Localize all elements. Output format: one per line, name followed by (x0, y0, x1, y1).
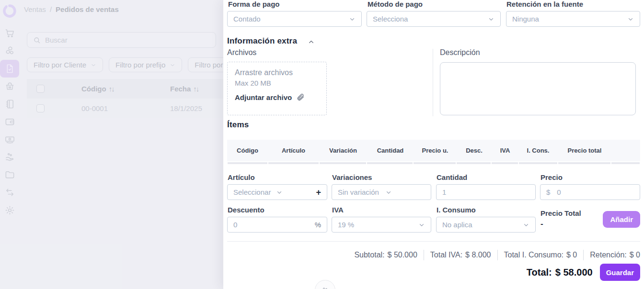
chevron-down-icon (488, 16, 494, 22)
retencion-select[interactable]: Ninguna (506, 11, 640, 27)
add-article-icon[interactable]: + (316, 188, 321, 197)
items-col-articulo: Artículo (268, 147, 319, 154)
grand-total-text: Total: $ 58.000 (527, 267, 593, 278)
items-col-desc: Desc. (457, 147, 492, 154)
save-button[interactable]: Guardar (600, 264, 640, 281)
descripcion-label: Descripción (440, 48, 480, 57)
totals-divider (227, 241, 640, 242)
cantidad-input[interactable]: 1 (436, 184, 536, 200)
items-col-variacion: Variación (319, 147, 367, 154)
attach-file-button[interactable]: Adjuntar archivo (235, 93, 326, 101)
chevron-down-icon (418, 222, 425, 228)
metodo-de-pago-label: Método de pago (368, 0, 423, 8)
totals-summary: Subtotal:$ 50.000 Total IVA:$ 8.000 Tota… (227, 248, 640, 262)
precio-value: 0 (557, 188, 561, 196)
items-col-icons: I. Cons. (518, 147, 558, 154)
iconsumo-select[interactable]: No aplica (436, 217, 536, 233)
add-item-button[interactable]: Añadir (603, 211, 640, 228)
paperclip-icon (296, 93, 305, 101)
items-table-header: Código Artículo Variación Cantidad Preci… (227, 140, 640, 161)
summary-separator (424, 250, 424, 260)
iva-select[interactable]: 19 % (332, 217, 431, 233)
dropzone-hint: Max 20 MB (235, 79, 326, 87)
precio-input[interactable]: $ 0 (540, 184, 640, 200)
dropzone-title: Arrastre archivos (235, 68, 326, 77)
precio-label: Precio (540, 173, 563, 181)
summary-separator (497, 250, 498, 260)
retencion-text: Retención:$ 0 (590, 251, 640, 259)
file-dropzone[interactable]: Arrastre archivos Max 20 MB Adjuntar arc… (227, 62, 327, 115)
chevron-down-icon (349, 16, 356, 22)
items-col-precio-total: Precio total (558, 147, 611, 154)
items-title: Ítems (227, 120, 249, 130)
items-table-cell-borders (227, 162, 640, 164)
items-col-codigo: Código (227, 147, 268, 154)
forma-de-pago-value: Contado (233, 15, 261, 23)
metodo-de-pago-select[interactable]: Selecciona (367, 11, 501, 27)
variaciones-label: Variaciones (332, 173, 372, 181)
cantidad-value: 1 (442, 188, 446, 196)
iva-label: IVA (332, 206, 344, 214)
archivos-label: Archivos (227, 48, 256, 57)
currency-prefix: $ (546, 188, 550, 196)
grand-total-label: Total: (527, 267, 552, 278)
variaciones-value: Sin variación (338, 188, 379, 196)
precio-total-value: - (540, 219, 543, 229)
grand-total-value: $ 58.000 (555, 267, 593, 278)
cantidad-label: Cantidad (437, 173, 467, 181)
chevron-down-icon (385, 189, 392, 196)
percent-suffix: % (315, 221, 321, 229)
iconsumo-label: I. Consumo (437, 206, 476, 214)
iconsumo-value: No aplica (442, 221, 472, 229)
chevron-down-icon (523, 222, 529, 228)
metodo-de-pago-value: Selecciona (373, 15, 408, 23)
subtotal-text: Subtotal:$ 50.000 (354, 251, 417, 259)
descuento-value: 0 (233, 221, 237, 229)
section-divider (433, 49, 433, 116)
articulo-select[interactable]: Seleccionar + (227, 184, 327, 200)
retencion-value: Ninguna (512, 15, 539, 23)
attach-file-label: Adjuntar archivo (235, 93, 292, 101)
forma-de-pago-select[interactable]: Contado (227, 11, 362, 27)
sales-order-drawer: Forma de pago Contado Método de pago Sel… (223, 0, 644, 289)
forma-de-pago-label: Forma de pago (228, 0, 280, 8)
informacion-extra-title: Información extra (227, 36, 297, 46)
items-col-iva: IVA (492, 147, 518, 154)
iva-value: 19 % (338, 221, 354, 229)
total-row: Total: $ 58.000 Guardar (227, 263, 640, 282)
chevron-down-icon (627, 16, 634, 22)
articulo-label: Artículo (228, 173, 255, 181)
precio-total-label: Precio Total (540, 209, 581, 217)
collapse-chevron-up-icon[interactable] (308, 38, 315, 45)
descuento-label: Descuento (228, 206, 264, 214)
chevron-down-icon (276, 189, 283, 196)
total-iconsumo-text: Total I. Consumo:$ 0 (504, 251, 577, 259)
mountains-icon (321, 284, 330, 289)
items-col-cantidad: Cantidad (367, 147, 414, 154)
articulo-value: Seleccionar (233, 188, 271, 196)
total-iva-text: Total IVA:$ 8.000 (430, 251, 491, 259)
variaciones-select[interactable]: Sin variación (332, 184, 431, 200)
retencion-label: Retención en la fuente (506, 0, 583, 8)
summary-separator (583, 250, 584, 260)
items-col-precio-u: Precio u. (414, 147, 457, 154)
descuento-input[interactable]: 0 % (227, 217, 327, 233)
descripcion-textarea[interactable] (440, 62, 636, 115)
